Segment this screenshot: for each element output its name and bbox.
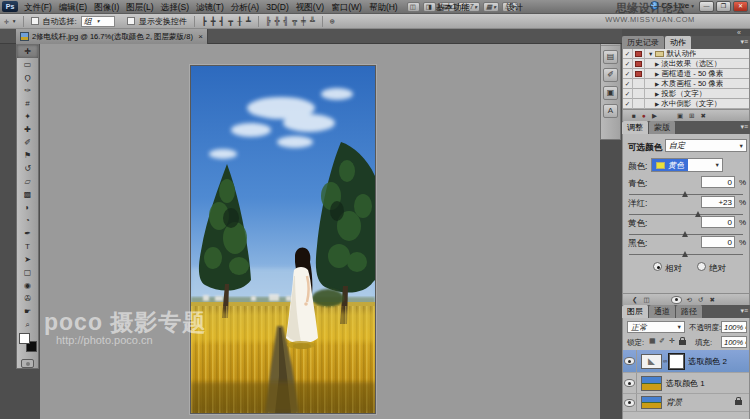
panel-menu-icon[interactable]: ▾≡ <box>740 123 748 131</box>
cs-live-button[interactable]: CS Live ▾ <box>650 1 694 10</box>
distribute-hcenter-icon[interactable]: ╪ <box>301 15 306 28</box>
action-row[interactable]: ✓ ▶ 淡出效果（选区） <box>623 59 749 69</box>
align-bottom-icon[interactable]: ┫ <box>219 15 224 28</box>
photoshop-logo-icon[interactable]: Ps <box>2 1 18 12</box>
cyan-slider[interactable] <box>629 194 743 195</box>
tab-masks[interactable]: 蒙版 <box>649 121 676 134</box>
black-value-input[interactable]: 0 <box>701 236 735 248</box>
tab-channels[interactable]: 通道 <box>649 305 676 318</box>
magenta-slider[interactable] <box>629 214 743 215</box>
expand-arrow-icon[interactable]: ▶ <box>655 71 659 77</box>
shape-tool[interactable]: ▢ <box>17 266 38 279</box>
tab-actions[interactable]: 动作 <box>665 36 692 49</box>
expand-arrow-icon[interactable]: ▶ <box>655 101 659 107</box>
menu-edit[interactable]: 编辑(E) <box>56 0 90 14</box>
brush-panel-icon[interactable]: ✐ <box>603 68 618 82</box>
layer-thumbnail[interactable] <box>641 396 662 409</box>
toggle-visibility-icon[interactable] <box>672 297 681 303</box>
new-set-icon[interactable]: ▣ <box>677 110 683 121</box>
workspace-essentials-button[interactable]: 基本功能 <box>436 0 470 14</box>
reset-icon[interactable]: ↺ <box>698 294 703 305</box>
auto-align-layers-icon[interactable]: ⊕ <box>330 15 335 28</box>
layer-mask-thumbnail[interactable] <box>669 354 684 369</box>
lock-position-icon[interactable]: ✛ <box>669 337 675 345</box>
align-vcenter-icon[interactable]: ╋ <box>211 15 216 28</box>
clone-source-panel-icon[interactable]: ▣ <box>603 86 618 100</box>
layer-visibility-toggle[interactable] <box>623 350 637 372</box>
action-row[interactable]: ✓ ▶ 木质画框 - 50 像素 <box>623 79 749 89</box>
record-icon[interactable]: ● <box>642 110 646 121</box>
panel-menu-icon[interactable]: ▾≡ <box>740 307 748 315</box>
yellow-slider[interactable] <box>629 234 743 235</box>
restore-button[interactable]: ❐ <box>716 1 731 12</box>
color-dropdown[interactable]: 黄色 ▼ <box>651 158 723 172</box>
layer-visibility-toggle[interactable] <box>623 394 637 411</box>
menu-3d[interactable]: 3D(D) <box>263 0 292 14</box>
hand-tool[interactable]: ☛ <box>17 305 38 318</box>
close-document-icon[interactable]: × <box>198 32 203 41</box>
pen-tool[interactable]: ✒ <box>17 227 38 240</box>
return-to-list-icon[interactable]: ❮ <box>632 294 637 305</box>
swatches-panel-icon[interactable]: ▤ <box>603 50 618 64</box>
adjustment-layer-thumbnail[interactable]: ◣ <box>641 354 662 369</box>
action-row[interactable]: ✓ ▶ 投影（文字） <box>623 89 749 99</box>
minimize-button[interactable]: — <box>699 1 714 12</box>
absolute-radio[interactable] <box>697 262 706 271</box>
expanded-view-icon[interactable]: ◫ <box>643 294 649 305</box>
blend-mode-dropdown[interactable]: 正常 ▼ <box>627 321 685 333</box>
layer-name[interactable]: 选取颜色 2 <box>688 356 727 367</box>
lock-transparency-icon[interactable]: ▦ <box>649 337 656 345</box>
align-left-icon[interactable]: ┳ <box>228 15 233 28</box>
action-dialog-toggle[interactable] <box>633 99 645 109</box>
3d-camera-tool[interactable]: ✇ <box>17 292 38 305</box>
yellow-value-input[interactable]: 0 <box>701 216 735 228</box>
menu-filter[interactable]: 滤镜(T) <box>193 0 227 14</box>
delete-adjustment-icon[interactable]: ✖ <box>710 294 715 305</box>
action-check-icon[interactable]: ✓ <box>623 49 633 59</box>
layer-row-selective-color-1[interactable]: 选取颜色 1 <box>623 373 749 394</box>
opacity-input[interactable]: 100% ▸ <box>721 321 747 333</box>
launch-mini-bridge-icon[interactable]: ◨ <box>423 2 436 12</box>
distribute-bottom-icon[interactable]: ╣ <box>283 15 288 28</box>
action-dialog-toggle[interactable] <box>633 79 645 89</box>
path-selection-tool[interactable]: ➤ <box>17 253 38 266</box>
tab-layers[interactable]: 图层 <box>622 305 649 318</box>
action-row[interactable]: ✓ ▶ 水中倒影（文字） <box>623 99 749 109</box>
action-set-row[interactable]: ✓ ▼ 默认动作 <box>623 49 749 59</box>
zoom-tool[interactable]: ⌕ <box>17 318 38 331</box>
lock-image-icon[interactable]: ✐ <box>659 337 665 345</box>
history-brush-tool[interactable]: ↺ <box>17 162 38 175</box>
canvas-image[interactable] <box>190 65 376 414</box>
menu-layer[interactable]: 图层(L) <box>123 0 156 14</box>
expand-arrow-icon[interactable]: ▼ <box>648 51 653 57</box>
blur-tool[interactable]: ◗ <box>17 201 38 214</box>
character-panel-icon[interactable]: A <box>603 104 618 118</box>
distribute-top-icon[interactable]: ╠ <box>266 15 271 28</box>
align-right-icon[interactable]: ┻ <box>246 15 251 28</box>
quick-mask-button[interactable] <box>21 359 34 368</box>
eraser-tool[interactable]: ▱ <box>17 175 38 188</box>
panel-menu-icon[interactable]: ▾≡ <box>740 38 748 46</box>
layer-name[interactable]: 选取颜色 1 <box>666 378 705 389</box>
marquee-tool[interactable]: ▭ <box>17 58 38 71</box>
clone-stamp-tool[interactable]: ⚑ <box>17 149 38 162</box>
menu-help[interactable]: 帮助(H) <box>366 0 401 14</box>
launch-bridge-icon[interactable]: ◫ <box>407 2 420 12</box>
type-tool[interactable]: T <box>17 240 38 253</box>
lasso-tool[interactable]: Ϙ <box>17 71 38 84</box>
tab-history[interactable]: 历史记录 <box>622 36 665 49</box>
black-slider[interactable] <box>629 254 743 255</box>
distribute-left-icon[interactable]: ╦ <box>292 15 297 28</box>
action-dialog-toggle[interactable] <box>633 69 645 79</box>
healing-brush-tool[interactable]: ✚ <box>17 123 38 136</box>
quick-selection-tool[interactable]: ✑ <box>17 84 38 97</box>
delete-icon[interactable]: ✖ <box>700 110 705 121</box>
auto-select-dropdown[interactable]: 组 ▾ <box>81 16 115 27</box>
tab-adjustments[interactable]: 调整 <box>622 121 649 134</box>
menu-file[interactable]: 文件(F) <box>21 0 55 14</box>
action-dialog-toggle[interactable] <box>633 89 645 99</box>
cyan-value-input[interactable]: 0 <box>701 176 735 188</box>
expand-arrow-icon[interactable]: ▶ <box>655 91 659 97</box>
new-action-icon[interactable]: ⊞ <box>689 110 694 121</box>
dodge-tool[interactable]: ◔ <box>17 214 38 227</box>
